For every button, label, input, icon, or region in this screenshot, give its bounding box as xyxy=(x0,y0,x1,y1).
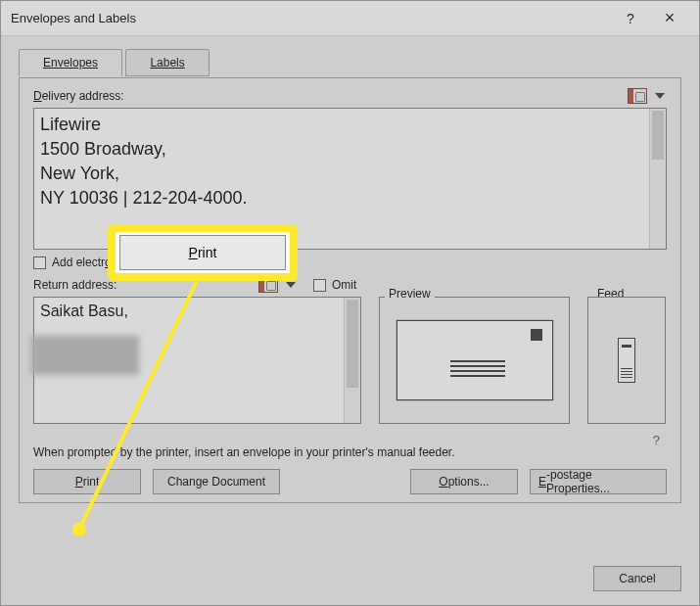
svg-line-0 xyxy=(79,281,197,530)
callout-endpoint-dot xyxy=(72,523,86,536)
callout-print-button: Print xyxy=(108,224,298,281)
callout-print-inner: Print xyxy=(119,235,286,270)
callout-connector-line xyxy=(0,0,700,606)
